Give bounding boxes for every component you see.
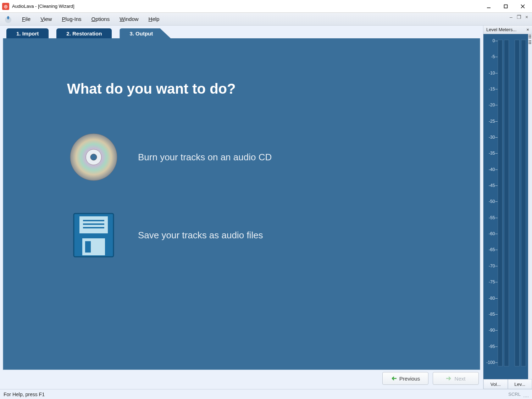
meter-tick: -10: [485, 71, 498, 76]
side-panel-tabs: Vol... Lev...: [483, 379, 532, 389]
resize-grip-icon[interactable]: ⣀⣀: [523, 392, 528, 397]
meter-tick: -100: [485, 360, 498, 365]
tab-label: 2. Restoration: [66, 31, 102, 37]
app-icon: ◎: [2, 3, 9, 10]
tab-import[interactable]: 1. Import: [6, 28, 49, 38]
close-button[interactable]: [514, 0, 531, 13]
minimize-button[interactable]: [480, 0, 497, 13]
level-meters: 0-5-10-15-20-25-30-35-40-45-50-55-60-65-…: [483, 34, 528, 379]
menu-window[interactable]: Window: [115, 15, 143, 23]
level-meters-panel: Level Meters... × 0-5-10-15-20-25-30-35-…: [483, 26, 532, 389]
svg-point-7: [90, 154, 97, 160]
tab-label: Vol...: [491, 382, 501, 387]
meter-tick: -35: [485, 151, 498, 156]
tab-label: 3. Output: [129, 31, 153, 37]
option-label: Burn your tracks on an audio CD: [138, 152, 272, 163]
panel-close-button[interactable]: ×: [525, 27, 531, 32]
status-help-text: For Help, press F1: [4, 392, 45, 397]
meter-tick: -5: [485, 54, 498, 59]
button-label: Next: [455, 376, 466, 382]
meter-tick: -65: [485, 247, 498, 252]
meter-tick: 0: [485, 38, 498, 43]
meter-tick: -30: [485, 135, 498, 140]
meter-bar-left-2: [515, 40, 520, 366]
tab-output[interactable]: 3. Output: [120, 28, 171, 38]
arrow-right-icon: [446, 376, 452, 381]
meter-tick: -80: [485, 296, 498, 301]
meter-bar-left: [498, 40, 503, 366]
wizard-tabs: 1. Import 2. Restoration 3. Output: [6, 28, 480, 38]
side-tab-volume[interactable]: Vol...: [483, 379, 508, 389]
tab-restoration[interactable]: 2. Restoration: [56, 28, 112, 38]
meter-bar-right: [504, 40, 509, 366]
meter-tick: -90: [485, 328, 498, 333]
svg-rect-1: [504, 5, 508, 8]
meter-tick: -40: [485, 167, 498, 172]
tab-label: Lev...: [514, 382, 525, 387]
menu-help[interactable]: Help: [144, 15, 165, 23]
maximize-button[interactable]: [497, 0, 514, 13]
meter-tick: -70: [485, 264, 498, 268]
menu-options[interactable]: Options: [86, 15, 115, 23]
app-logo-icon: [3, 14, 13, 24]
meter-settings-icon[interactable]: ⠿: [528, 40, 532, 45]
meter-tick: -95: [485, 344, 498, 349]
meter-tick: -85: [485, 312, 498, 317]
wizard-panel: What do you want to do?: [3, 38, 480, 370]
mdi-window-controls: – ❐ ×: [508, 14, 530, 20]
meter-tick: -55: [485, 215, 498, 220]
wizard-heading: What do you want to do?: [67, 81, 459, 97]
tab-label: 1. Import: [16, 31, 39, 37]
button-label: Previous: [399, 376, 420, 382]
meter-tick: -45: [485, 183, 498, 188]
option-burn-cd[interactable]: Burn your tracks on an audio CD: [67, 132, 459, 182]
side-tab-level[interactable]: Lev...: [508, 379, 532, 389]
panel-title: Level Meters...: [486, 27, 516, 32]
mdi-restore-button[interactable]: ❐: [516, 14, 522, 20]
titlebar: ◎ AudioLava - [Cleaning Wizard]: [0, 0, 532, 13]
option-label: Save your tracks as audio files: [138, 230, 263, 241]
save-icon: [67, 210, 120, 260]
panel-header: Level Meters... ×: [483, 26, 532, 34]
previous-button[interactable]: Previous: [382, 372, 428, 385]
cd-icon: [67, 132, 120, 182]
svg-rect-14: [85, 241, 91, 253]
meter-tick: -50: [485, 199, 498, 204]
mdi-close-button[interactable]: ×: [523, 14, 530, 20]
wizard-nav: Previous Next: [3, 370, 480, 387]
meter-bars: [498, 38, 526, 377]
meter-bar-right-2: [521, 40, 526, 366]
statusbar: For Help, press F1 SCRL ⣀⣀: [0, 389, 532, 399]
next-button[interactable]: Next: [433, 372, 479, 385]
window-title: AudioLava - [Cleaning Wizard]: [12, 4, 74, 9]
menu-file[interactable]: File: [17, 15, 35, 23]
meter-tick: -25: [485, 119, 498, 124]
meter-tick: -15: [485, 87, 498, 92]
meter-tick: -60: [485, 231, 498, 236]
arrow-left-icon: [391, 376, 397, 381]
meter-scale: 0-5-10-15-20-25-30-35-40-45-50-55-60-65-…: [485, 38, 498, 377]
status-scroll-lock: SCRL: [508, 392, 521, 397]
menu-plugins[interactable]: Plug-Ins: [57, 15, 86, 23]
wizard-area: 1. Import 2. Restoration 3. Output What …: [0, 26, 483, 389]
option-save-files[interactable]: Save your tracks as audio files: [67, 210, 459, 260]
meter-settings-icon[interactable]: ⠿: [528, 34, 532, 40]
meter-tick: -75: [485, 279, 498, 284]
mdi-minimize-button[interactable]: –: [508, 14, 514, 20]
menu-view[interactable]: View: [35, 15, 57, 23]
meter-tick: -20: [485, 102, 498, 107]
menubar: File View Plug-Ins Options Window Help –…: [0, 13, 532, 26]
